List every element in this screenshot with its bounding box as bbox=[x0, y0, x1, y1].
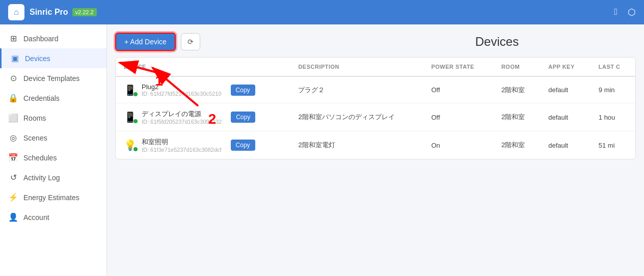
devices-table-inner: DEVICE DESCRIPTION POWER STATE ROOM APP … bbox=[116, 58, 635, 159]
status-dot bbox=[133, 119, 138, 123]
sidebar-item-devices[interactable]: ▣ Devices bbox=[0, 48, 106, 68]
col-app-key: APP KEY bbox=[540, 58, 591, 76]
room-cell: 2階和室 bbox=[493, 76, 540, 103]
last-cell: 9 min bbox=[591, 76, 635, 103]
table-row: 📱 ディスプレイの電源 ID: 61f5fd205237d163c3093732… bbox=[116, 103, 635, 131]
device-icon-wrap: 📱 bbox=[124, 111, 137, 123]
status-dot bbox=[133, 92, 138, 96]
add-device-button[interactable]: + Add Device bbox=[115, 33, 176, 51]
app-title: Sinric Pro bbox=[30, 8, 68, 17]
main-content: + Add Device ⟳ Devices DEVICE DESCRIPTIO… bbox=[107, 24, 644, 276]
sidebar-item-activity-log[interactable]: ↺ Activity Log bbox=[0, 168, 106, 187]
sidebar-label-account: Account bbox=[23, 213, 49, 222]
sidebar-label-devices: Devices bbox=[25, 54, 50, 63]
sidebar-item-scenes[interactable]: ◎ Scenes bbox=[0, 128, 106, 148]
rooms-icon: ⬜ bbox=[8, 113, 18, 123]
sidebar-label-energy-estimates: Energy Estimates bbox=[23, 194, 79, 202]
device-templates-icon: ⊙ bbox=[8, 73, 18, 83]
page-title: Devices bbox=[475, 35, 519, 49]
account-icon: 👤 bbox=[8, 212, 18, 222]
device-name: Plug2 bbox=[142, 83, 222, 91]
device-info: Plug2 ID: 61fd27fd5237d163c30c5210 bbox=[142, 83, 222, 97]
sidebar: ⊞ Dashboard ▣ Devices ⊙ Device Templates… bbox=[0, 24, 107, 276]
copy-button[interactable]: Copy bbox=[231, 140, 255, 151]
version-badge: v2.22.2 bbox=[72, 8, 97, 16]
sidebar-item-dashboard[interactable]: ⊞ Dashboard bbox=[0, 29, 106, 48]
energy-icon: ⚡ bbox=[8, 192, 18, 202]
device-icon-wrap: 💡 bbox=[124, 139, 137, 151]
devices-table: DEVICE DESCRIPTION POWER STATE ROOM APP … bbox=[115, 57, 636, 159]
layout: ⊞ Dashboard ▣ Devices ⊙ Device Templates… bbox=[0, 24, 644, 276]
description-cell: 2階和室電灯 bbox=[290, 131, 423, 159]
col-device: DEVICE bbox=[116, 58, 290, 76]
sidebar-item-energy-estimates[interactable]: ⚡ Energy Estimates bbox=[0, 187, 106, 207]
scenes-icon: ◎ bbox=[8, 133, 18, 143]
last-cell: 51 mi bbox=[591, 131, 635, 159]
header-icons:  ⬡ bbox=[614, 7, 636, 18]
col-last: LAST C bbox=[591, 58, 635, 76]
apple-icon[interactable]:  bbox=[614, 7, 618, 18]
toolbar: + Add Device ⟳ Devices bbox=[115, 33, 636, 51]
device-cell: 💡 和室照明 ID: 61f3e71e5237d163c3082dcf Copy bbox=[124, 137, 282, 153]
header: ⌂ Sinric Pro v2.22.2  ⬡ bbox=[0, 0, 644, 24]
device-name: 和室照明 bbox=[142, 137, 222, 147]
device-name: ディスプレイの電源 bbox=[142, 109, 222, 119]
power-state-cell: Off bbox=[423, 103, 493, 131]
sidebar-item-device-templates[interactable]: ⊙ Device Templates bbox=[0, 68, 106, 88]
app-key-cell: default bbox=[540, 103, 591, 131]
activity-log-icon: ↺ bbox=[8, 173, 18, 182]
sidebar-item-schedules[interactable]: 📅 Schedules bbox=[0, 148, 106, 168]
app-key-cell: default bbox=[540, 131, 591, 159]
room-cell: 2階和室 bbox=[493, 103, 540, 131]
logo: ⌂ bbox=[8, 4, 24, 20]
sidebar-label-scenes: Scenes bbox=[23, 134, 47, 142]
device-cell: 📱 Plug2 ID: 61fd27fd5237d163c30c5210 Cop… bbox=[124, 83, 282, 97]
col-description: DESCRIPTION bbox=[290, 58, 423, 76]
sidebar-label-rooms: Rooms bbox=[23, 114, 46, 122]
device-info: ディスプレイの電源 ID: 61f5fd205237d163c3093732 bbox=[142, 109, 222, 125]
copy-button[interactable]: Copy bbox=[231, 85, 255, 96]
schedules-icon: 📅 bbox=[8, 153, 18, 162]
sidebar-label-dashboard: Dashboard bbox=[23, 35, 59, 43]
description-cell: プラグ２ bbox=[290, 76, 423, 103]
device-id: ID: 61f3e71e5237d163c3082dcf bbox=[142, 147, 222, 153]
copy-button[interactable]: Copy bbox=[231, 112, 255, 123]
col-room: ROOM bbox=[493, 58, 540, 76]
refresh-icon: ⟳ bbox=[187, 38, 194, 46]
refresh-button[interactable]: ⟳ bbox=[181, 33, 200, 50]
description-cell: 2階和室パソコンのディスプレイ bbox=[290, 103, 423, 131]
sidebar-item-credentials[interactable]: 🔒 Credentials bbox=[0, 88, 106, 108]
android-icon[interactable]: ⬡ bbox=[628, 7, 636, 18]
sidebar-label-credentials: Credentials bbox=[23, 94, 60, 102]
logo-icon: ⌂ bbox=[14, 8, 19, 17]
col-power-state: POWER STATE bbox=[423, 58, 493, 76]
sidebar-item-rooms[interactable]: ⬜ Rooms bbox=[0, 108, 106, 128]
room-cell: 2階和室 bbox=[493, 131, 540, 159]
power-state-cell: Off bbox=[423, 76, 493, 103]
device-id: ID: 61f5fd205237d163c3093732 bbox=[142, 119, 222, 125]
table-row: 📱 Plug2 ID: 61fd27fd5237d163c30c5210 Cop… bbox=[116, 76, 635, 103]
device-icon-wrap: 📱 bbox=[124, 84, 137, 96]
dashboard-icon: ⊞ bbox=[8, 34, 18, 43]
app-key-cell: default bbox=[540, 76, 591, 103]
device-id: ID: 61fd27fd5237d163c30c5210 bbox=[142, 91, 222, 97]
sidebar-label-activity-log: Activity Log bbox=[23, 174, 60, 182]
power-state-cell: On bbox=[423, 131, 493, 159]
status-dot bbox=[133, 147, 138, 151]
device-info: 和室照明 ID: 61f3e71e5237d163c3082dcf bbox=[142, 137, 222, 153]
devices-icon: ▣ bbox=[10, 53, 20, 63]
sidebar-label-schedules: Schedules bbox=[23, 154, 57, 162]
table-row: 💡 和室照明 ID: 61f3e71e5237d163c3082dcf Copy… bbox=[116, 131, 635, 159]
sidebar-item-account[interactable]: 👤 Account bbox=[0, 207, 106, 227]
sidebar-label-device-templates: Device Templates bbox=[23, 74, 79, 82]
credentials-icon: 🔒 bbox=[8, 93, 18, 103]
device-cell: 📱 ディスプレイの電源 ID: 61f5fd205237d163c3093732… bbox=[124, 109, 282, 125]
last-cell: 1 hou bbox=[591, 103, 635, 131]
